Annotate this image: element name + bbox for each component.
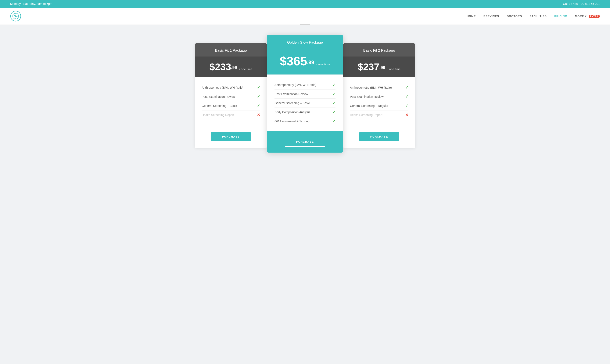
card-right-header: Basic Fit 2 Package (343, 43, 415, 56)
feature-row: Anthropometry (BMI, WH Ratio) ✓ (202, 83, 260, 92)
card-center-price-main: $365 (280, 54, 307, 68)
check-icon: ✓ (332, 92, 336, 96)
feature-label: General Screening – Basic (274, 101, 310, 105)
feature-row: General Screening – Regular ✓ (350, 101, 408, 110)
pricing-section: Basic Fit 1 Package $233.99 / one time A… (0, 25, 610, 165)
nav-more-link[interactable]: MORE ▾ Extra (575, 15, 600, 18)
card-right-price-main: $237 (358, 61, 379, 72)
feature-label: General Screening – Basic (202, 104, 237, 107)
logo[interactable] (10, 11, 21, 22)
purchase-button-center[interactable]: PURCHASE (285, 137, 325, 147)
nav-services[interactable]: SERVICES (484, 14, 499, 18)
nav-pricing[interactable]: PRICING (554, 14, 567, 18)
feature-row: Anthropometry (BMI, WH Ratio) ✓ (350, 83, 408, 92)
nav-home[interactable]: HOME (467, 14, 476, 18)
phone-text: Call us now +90 801 65 001 (563, 2, 600, 5)
feature-row: GR Assessment & Scoring ✓ (274, 117, 336, 126)
purchase-button-left[interactable]: PURCHASE (211, 132, 251, 141)
hours-text: Monday - Saturday, 8am to 6pm (10, 2, 52, 5)
feature-label: Body Composition Analysis (274, 110, 310, 114)
nav-underline (300, 24, 310, 25)
card-center-title: Golden Glow Package (287, 40, 323, 44)
feature-row-disabled: Health Screening Report ✕ (202, 110, 260, 119)
nav-more[interactable]: MORE ▾ Extra (575, 14, 600, 18)
card-left-cta: PURCHASE (195, 126, 267, 148)
feature-label-disabled: Health Screening Report (202, 113, 234, 117)
card-right-title: Basic Fit 2 Package (363, 49, 395, 52)
card-right-price: $237.99 / one time (343, 56, 415, 77)
card-center-price-cents: .99 (307, 59, 314, 65)
card-left-features: Anthropometry (BMI, WH Ratio) ✓ Post Exa… (195, 77, 267, 126)
card-center-price: $365.99 / one time (267, 49, 343, 75)
feature-label: Anthropometry (BMI, WH Ratio) (274, 83, 316, 87)
card-right-features: Anthropometry (BMI, WH Ratio) ✓ Post Exa… (343, 77, 415, 126)
feature-label: Post Examination Review (350, 95, 384, 98)
card-basic-fit-2: Basic Fit 2 Package $237.99 / one time A… (343, 43, 415, 148)
top-bar: Monday - Saturday, 8am to 6pm Call us no… (0, 0, 610, 8)
feature-label: General Screening – Regular (350, 104, 388, 107)
card-left-price-period: / one time (239, 67, 252, 71)
pricing-cards: Basic Fit 1 Package $233.99 / one time A… (178, 35, 432, 153)
purchase-button-right[interactable]: PURCHASE (359, 132, 399, 141)
check-icon: ✓ (332, 101, 336, 105)
card-left-price-cents: .99 (231, 65, 237, 70)
feature-label: Anthropometry (BMI, WH Ratio) (350, 86, 392, 89)
card-right-price-period: / one time (388, 67, 401, 71)
nav-facilities[interactable]: FACILITIES (529, 14, 546, 18)
feature-label: Post Examination Review (274, 92, 308, 96)
card-left-title: Basic Fit 1 Package (215, 49, 247, 52)
feature-label: GR Assessment & Scoring (274, 119, 310, 123)
card-left-header: Basic Fit 1 Package (195, 43, 267, 56)
nav-pricing-link[interactable]: PRICING (554, 15, 567, 18)
feature-row: Post Examination Review ✓ (350, 92, 408, 101)
feature-label-disabled: Health Screening Report (350, 113, 382, 117)
cross-icon: ✕ (405, 113, 408, 117)
check-icon: ✓ (257, 94, 260, 99)
card-center-features: Anthropometry (BMI, WH Ratio) ✓ Post Exa… (267, 75, 343, 131)
feature-label: Post Examination Review (202, 95, 235, 98)
nav-services-link[interactable]: SERVICES (484, 15, 499, 18)
feature-row: Anthropometry (BMI, WH Ratio) ✓ (274, 80, 336, 90)
card-center-cta: PURCHASE (267, 131, 343, 153)
feature-row-disabled: Health Screening Report ✕ (350, 110, 408, 119)
card-basic-fit-1: Basic Fit 1 Package $233.99 / one time A… (195, 43, 267, 148)
card-center-price-period: / one time (316, 63, 330, 66)
feature-row: General Screening – Basic ✓ (274, 99, 336, 108)
check-icon: ✓ (332, 119, 336, 124)
feature-row: Post Examination Review ✓ (202, 92, 260, 101)
nav-home-link[interactable]: HOME (467, 15, 476, 18)
svg-point-2 (15, 15, 16, 17)
card-golden-glow: Golden Glow Package $365.99 / one time A… (267, 35, 343, 153)
check-icon: ✓ (405, 94, 408, 99)
logo-icon (10, 11, 21, 22)
navigation: HOME SERVICES DOCTORS FACILITIES PRICING… (0, 8, 610, 25)
check-icon: ✓ (405, 104, 408, 108)
feature-label: Anthropometry (BMI, WH Ratio) (202, 86, 244, 89)
check-icon: ✓ (257, 104, 260, 108)
nav-links: HOME SERVICES DOCTORS FACILITIES PRICING… (467, 14, 600, 18)
check-icon: ✓ (332, 82, 336, 87)
card-right-cta: PURCHASE (343, 126, 415, 148)
check-icon: ✓ (257, 85, 260, 90)
feature-row: Body Composition Analysis ✓ (274, 108, 336, 117)
card-left-price: $233.99 / one time (195, 56, 267, 77)
card-left-price-main: $233 (209, 61, 231, 72)
nav-doctors-link[interactable]: DOCTORS (507, 15, 522, 18)
nav-doctors[interactable]: DOCTORS (507, 14, 522, 18)
card-center-header: Golden Glow Package (267, 35, 343, 49)
feature-row: General Screening – Basic ✓ (202, 101, 260, 110)
cross-icon: ✕ (257, 113, 260, 117)
feature-row: Post Examination Review ✓ (274, 90, 336, 99)
check-icon: ✓ (332, 110, 336, 115)
nav-facilities-link[interactable]: FACILITIES (529, 15, 546, 18)
card-right-price-cents: .99 (379, 65, 385, 70)
extra-badge: Extra (589, 15, 600, 18)
check-icon: ✓ (405, 85, 408, 90)
